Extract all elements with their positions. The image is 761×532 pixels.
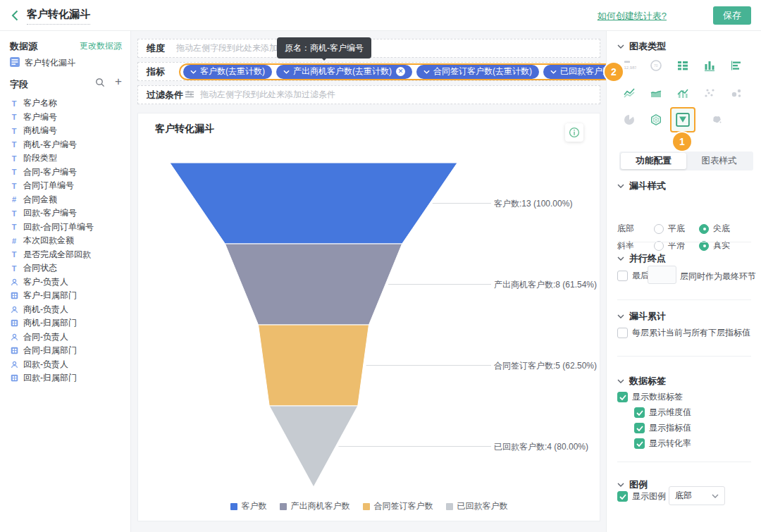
filter-icon	[185, 89, 194, 101]
datasource-item[interactable]: 客户转化漏斗	[10, 57, 75, 69]
field-item[interactable]: T商机-客户编号	[0, 138, 130, 152]
show-metric-value-checkbox[interactable]	[634, 423, 645, 433]
gauge-chart-icon[interactable]: 70	[649, 58, 663, 73]
cumulative-checkbox-row: 每层累计当前与所有下层指标值	[617, 327, 750, 339]
field-item[interactable]: T回款-客户编号	[0, 206, 130, 221]
funnel-style-section-header[interactable]: 漏斗样式	[617, 180, 666, 192]
radio-pointed-bottom[interactable]	[699, 224, 709, 234]
radar-chart-icon[interactable]	[649, 113, 663, 127]
funnel-stage[interactable]	[225, 244, 402, 325]
text-field-icon: T	[10, 264, 18, 273]
chevron-down-icon	[617, 314, 624, 318]
tab-chart-style[interactable]: 图表样式	[686, 153, 752, 169]
legend-item[interactable]: 产出商机客户数	[280, 500, 350, 512]
metric-pill[interactable]: 客户数(去重计数)	[183, 65, 272, 79]
user-field-icon	[10, 278, 18, 286]
chevron-down-icon[interactable]	[190, 70, 197, 74]
legend-swatch	[230, 503, 237, 510]
field-item[interactable]: 客户-归属部门	[0, 289, 130, 303]
chart-legend: 客户数 产出商机客户数 合同签订客户数 已回款客户数	[138, 500, 600, 512]
show-legend-checkbox[interactable]	[617, 491, 628, 502]
tab-function-config[interactable]: 功能配置	[621, 153, 686, 169]
field-item[interactable]: 回款-归属部门	[0, 371, 130, 385]
map-chart-icon[interactable]	[710, 113, 724, 127]
funnel-chart-icon-selected[interactable]	[670, 107, 695, 132]
funnel-cumulative-section-header[interactable]: 漏斗累计	[617, 310, 666, 323]
app-root: 客户转化漏斗 如何创建统计表? 保存 数据源 更改数据源 客户转化漏斗 字段 +…	[0, 0, 761, 532]
funnel-stage[interactable]	[170, 163, 457, 244]
page-title[interactable]: 客户转化漏斗	[27, 8, 90, 25]
legend-position-dropdown[interactable]: 底部	[669, 486, 725, 505]
area-chart-icon[interactable]	[649, 86, 663, 100]
field-item[interactable]: T客户编号	[0, 111, 130, 125]
field-item[interactable]: T合同-客户编号	[0, 166, 130, 180]
legend-item[interactable]: 已回款客户数	[446, 500, 508, 512]
field-item[interactable]: T回款-合同订单编号	[0, 221, 130, 235]
metric-pill[interactable]: 产出商机客户数(去重计数) ✕	[276, 65, 412, 79]
metric-pills-highlight: 客户数(去重计数) 产出商机客户数(去重计数) ✕ 合同签订客户数(去重计数) …	[179, 63, 662, 80]
radio-flat-bottom[interactable]	[654, 224, 664, 234]
field-item[interactable]: 回款-负责人	[0, 358, 130, 372]
bar-chart-icon[interactable]	[729, 58, 743, 73]
field-item[interactable]: 商机-归属部门	[0, 316, 130, 330]
add-field-icon[interactable]: +	[115, 75, 122, 88]
show-dimension-value-checkbox[interactable]	[634, 407, 645, 418]
show-conversion-rate-checkbox[interactable]	[634, 438, 645, 449]
help-link[interactable]: 如何创建统计表?	[598, 10, 667, 23]
column-chart-icon[interactable]	[703, 58, 717, 73]
field-item[interactable]: #本次回款金额	[0, 234, 130, 248]
field-item[interactable]: T是否完成全部回款	[0, 248, 130, 262]
funnel-stage[interactable]	[259, 325, 369, 406]
divider	[617, 299, 751, 300]
show-data-label-checkbox[interactable]	[617, 392, 628, 402]
cumulative-checkbox[interactable]	[617, 328, 628, 338]
bubble-chart-icon[interactable]	[729, 86, 743, 100]
filter-dropzone[interactable]: 过滤条件 拖动左侧字段到此处来添加过滤条件	[137, 85, 600, 104]
scatter-chart-icon[interactable]	[703, 86, 717, 100]
parallel-checkbox[interactable]	[617, 271, 628, 281]
metric-dropzone[interactable]: 指标 客户数(去重计数) 产出商机客户数(去重计数) ✕ 合同签订客户数(去重计…	[137, 62, 600, 81]
table-chart-icon[interactable]	[676, 58, 690, 73]
parallel-layers-input[interactable]	[648, 266, 676, 284]
kpi-chart-icon[interactable]: 12,987	[622, 58, 636, 73]
back-icon[interactable]	[8, 8, 23, 23]
pie-chart-icon[interactable]	[622, 113, 636, 127]
field-item[interactable]: 合同-归属部门	[0, 344, 130, 358]
field-item[interactable]: 商机-负责人	[0, 303, 130, 317]
chevron-down-icon[interactable]	[423, 70, 430, 74]
field-item[interactable]: T商机编号	[0, 124, 130, 138]
divider	[617, 356, 751, 357]
field-item[interactable]: T合同订单编号	[0, 179, 130, 193]
legend-item[interactable]: 客户数	[230, 500, 267, 512]
datasource-row: 数据源 更改数据源	[10, 39, 122, 52]
field-item[interactable]: T阶段类型	[0, 151, 130, 166]
parallel-endpoint-section-header[interactable]: 并行终点	[617, 252, 666, 265]
field-origin-tooltip: 原名：商机-客户编号	[277, 37, 371, 58]
sidebar: 数据源 更改数据源 客户转化漏斗 字段 + T客户名称 T客户编号 T商机编号 …	[0, 31, 131, 532]
chart-type-section-header[interactable]: 图表类型	[617, 40, 666, 53]
change-datasource-link[interactable]: 更改数据源	[80, 40, 122, 52]
field-item[interactable]: T合同状态	[0, 261, 130, 276]
field-item[interactable]: T客户名称	[0, 97, 130, 111]
data-label-section-header[interactable]: 数据标签	[617, 375, 666, 388]
show-dimension-value-row: 显示维度值	[634, 407, 691, 419]
chevron-down-icon[interactable]	[283, 70, 290, 74]
bottom-style-row: 底部 平底 尖底	[617, 223, 730, 235]
legend-item[interactable]: 合同签订客户数	[363, 500, 433, 512]
field-item[interactable]: 合同-负责人	[0, 330, 130, 345]
field-list: T客户名称 T客户编号 T商机编号 T商机-客户编号 T阶段类型 T合同-客户编…	[0, 97, 130, 385]
legend-section-header[interactable]: 图例	[617, 478, 648, 491]
show-data-label-row: 显示数据标签	[617, 391, 683, 403]
remove-metric-icon[interactable]: ✕	[396, 67, 405, 76]
metric-pill[interactable]: 合同签订客户数(去重计数)	[416, 65, 539, 79]
search-icon[interactable]	[95, 78, 105, 87]
combo-chart-icon[interactable]	[676, 86, 690, 100]
show-legend-row: 显示图例	[617, 490, 666, 502]
field-item[interactable]: 客户-负责人	[0, 276, 130, 290]
line-chart-icon[interactable]	[622, 86, 636, 100]
field-item[interactable]: #合同金额	[0, 193, 130, 207]
funnel-chart[interactable]: 客户数:13 (100.00%)产出商机客户数:8 (61.54%)合同签订客户…	[138, 113, 601, 522]
chevron-down-icon[interactable]	[550, 70, 557, 74]
chart-card: 客户转化漏斗 客户数:13 (100.00%)产出商机客户数:8 (61.54%…	[137, 113, 600, 521]
save-button[interactable]: 保存	[713, 6, 751, 25]
